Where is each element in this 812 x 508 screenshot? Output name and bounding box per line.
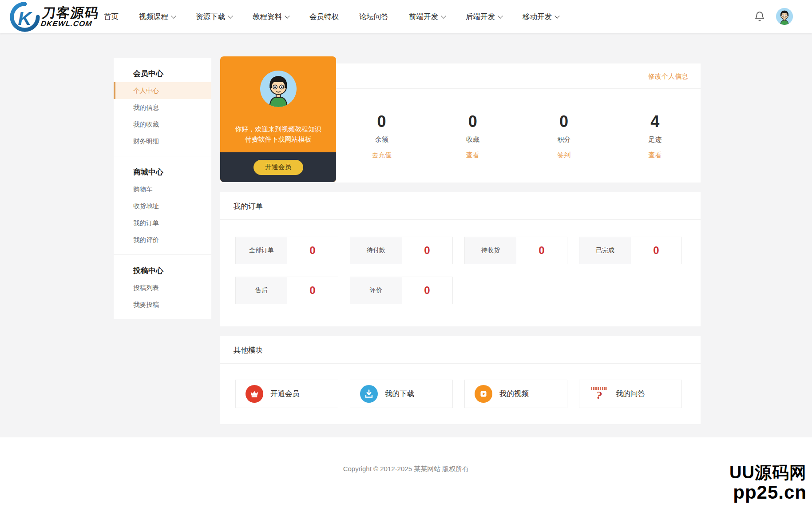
sidebar-section-member-center: 会员中心 [114,62,211,82]
stat-balance: 0 余额 去充值 [336,89,427,183]
account-sidebar: 会员中心 个人中心 我的信息 我的收藏 财务明细 商城中心 购物车 收货地址 我… [114,58,211,319]
sidebar-item-finance-details[interactable]: 财务明细 [114,133,211,150]
crown-icon [246,385,263,403]
video-play-icon [475,385,492,403]
order-card-reviews[interactable]: 评价 0 [350,277,453,304]
my-orders-panel: 我的订单 全部订单 0 待付款 0 待收货 0 已完成 0 售后 0 评价 0 [220,192,701,326]
chevron-down-icon [498,13,503,18]
site-logo[interactable]: K 刀客源码 DKEWL.COM [9,2,99,32]
avatar-boy-illustration [260,71,297,107]
favorites-label: 收藏 [466,135,479,144]
nav-item-mobile-dev[interactable]: 移动开发 [523,12,559,22]
balance-value: 0 [377,113,386,130]
other-modules-panel: 其他模块 开通会员 我的下载 [220,336,701,424]
module-my-downloads[interactable]: 我的下载 [350,380,453,408]
sidebar-item-personal-center[interactable]: 个人中心 [114,82,211,99]
chevron-down-icon [285,13,289,18]
stat-favorites: 0 收藏 查看 [427,89,518,183]
view-footprints-link[interactable]: 查看 [648,151,661,159]
nav-item-resource-downloads[interactable]: 资源下载 [196,12,232,22]
orders-panel-title: 我的订单 [220,192,701,220]
nav-item-member-privileges[interactable]: 会员特权 [309,12,339,22]
profile-avatar [260,71,297,107]
nav-item-forum-qa[interactable]: 论坛问答 [359,12,388,22]
logo-title: 刀客源码 [41,6,100,20]
main-nav: 首页 视频课程 资源下载 教程资料 会员特权 论坛问答 前端开发 后端开发 移动… [104,0,559,33]
nav-item-frontend-dev[interactable]: 前端开发 [409,12,445,22]
nav-item-home[interactable]: 首页 [104,12,119,22]
module-open-vip[interactable]: 开通会员 [235,380,338,408]
module-my-qa[interactable]: ? 我的问答 [579,380,682,408]
download-icon [360,385,378,403]
logo-icon: K [9,2,41,32]
recharge-link[interactable]: 去充值 [372,151,392,159]
sidebar-section-submission-center: 投稿中心 [114,259,211,279]
sidebar-item-my-orders[interactable]: 我的订单 [114,214,211,231]
sidebar-item-submit-post[interactable]: 我要投稿 [114,296,211,313]
chevron-down-icon [228,13,233,18]
view-favorites-link[interactable]: 查看 [466,151,479,159]
order-card-pending-payment[interactable]: 待付款 0 [350,237,453,264]
module-my-videos[interactable]: 我的视频 [464,380,567,408]
welcome-vip-card: 你好，欢迎来到视频教程知识 付费软件下载网站模板 开通会员 [220,56,336,182]
sidebar-item-shipping-address[interactable]: 收货地址 [114,198,211,214]
edit-profile-link[interactable]: 修改个人信息 [648,72,688,81]
favorites-value: 0 [468,113,477,130]
nav-item-backend-dev[interactable]: 后端开发 [466,12,502,22]
points-label: 积分 [557,135,570,144]
page-footer: Copyright © 2012-2025 某某网站 版权所有 [0,437,812,508]
nav-item-tutorial-materials[interactable]: 教程资料 [253,12,289,22]
nav-item-video-courses[interactable]: 视频课程 [139,12,175,22]
sidebar-item-my-favorites[interactable]: 我的收藏 [114,116,211,133]
sidebar-item-cart[interactable]: 购物车 [114,181,211,198]
balance-label: 余额 [375,135,388,144]
welcome-message: 你好，欢迎来到视频教程知识 付费软件下载网站模板 [235,124,321,144]
order-card-after-sales[interactable]: 售后 0 [235,277,338,304]
user-avatar[interactable] [776,8,793,25]
sidebar-item-submission-list[interactable]: 投稿列表 [114,279,211,296]
order-card-pending-delivery[interactable]: 待收货 0 [464,237,567,264]
broken-image-question-icon: ? [589,384,609,404]
account-stats: 0 余额 去充值 0 收藏 查看 0 积分 签到 4 足迹 查看 [336,89,701,183]
site-watermark: UU源码网 pp25.cn [729,463,807,503]
profile-overview-panel: 修改个人信息 0 余额 去充值 0 收藏 查看 0 积分 签到 4 足迹 查看 [220,64,701,183]
stat-footprints: 4 足迹 查看 [610,89,701,183]
avatar-boy-illustration [776,8,793,25]
logo-domain: DKEWL.COM [40,20,98,28]
sidebar-item-my-info[interactable]: 我的信息 [114,99,211,116]
check-in-link[interactable]: 签到 [557,151,570,159]
sidebar-item-my-reviews[interactable]: 我的评价 [114,231,211,248]
bell-icon[interactable] [754,11,765,23]
order-card-completed[interactable]: 已完成 0 [579,237,682,264]
chevron-down-icon [171,13,176,18]
open-vip-button[interactable]: 开通会员 [254,160,303,175]
top-navigation-bar: K 刀客源码 DKEWL.COM 首页 视频课程 资源下载 教程资料 会员特权 … [0,0,812,33]
order-card-all[interactable]: 全部订单 0 [235,237,338,264]
svg-text:K: K [18,8,32,29]
footprints-label: 足迹 [648,135,661,144]
footprints-value: 4 [650,113,659,130]
sidebar-section-mall-center: 商城中心 [114,161,211,181]
chevron-down-icon [555,13,559,18]
points-value: 0 [559,113,568,130]
chevron-down-icon [441,13,446,18]
stat-points: 0 积分 签到 [519,89,610,183]
copyright-text: Copyright © 2012-2025 某某网站 版权所有 [0,437,812,473]
modules-panel-title: 其他模块 [220,336,701,364]
